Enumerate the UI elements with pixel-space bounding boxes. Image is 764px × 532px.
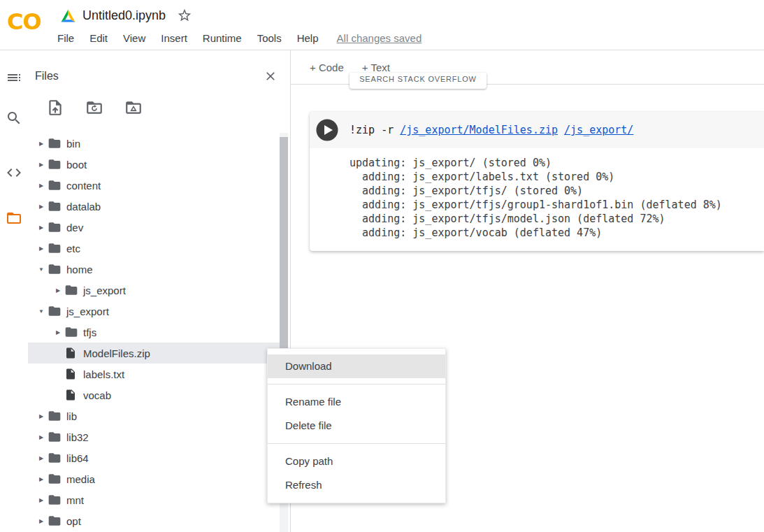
table-of-contents-icon[interactable]	[6, 69, 22, 86]
files-scrollbar-thumb[interactable]	[280, 137, 288, 383]
menu-view[interactable]: View	[115, 32, 153, 44]
code-cell: !zip -r /js_export/ModelFiles.zip /js_ex…	[310, 112, 764, 251]
chevron-collapsed-icon[interactable]: ▶	[35, 518, 48, 524]
tree-item-label: lib64	[66, 452, 89, 464]
chevron-collapsed-icon[interactable]: ▶	[35, 497, 48, 503]
folder-icon	[48, 472, 62, 486]
tree-item-label: js_export	[83, 285, 126, 296]
menu-edit[interactable]: Edit	[82, 32, 115, 44]
menu-file[interactable]: File	[50, 32, 82, 44]
code-editor[interactable]: !zip -r /js_export/ModelFiles.zip /js_ex…	[310, 112, 764, 148]
tree-item-label: boot	[66, 159, 87, 171]
upload-file-icon[interactable]	[46, 99, 64, 117]
tree-item-dev[interactable]: ▶dev	[28, 217, 280, 238]
tree-item-mnt[interactable]: ▶mnt	[28, 489, 280, 510]
menu-insert[interactable]: Insert	[153, 32, 195, 44]
tree-item-boot[interactable]: ▶boot	[28, 154, 280, 175]
context-menu-copy-path[interactable]: Copy path	[268, 450, 445, 473]
files-icon[interactable]	[6, 210, 22, 227]
chevron-collapsed-icon[interactable]: ▶	[35, 413, 48, 419]
star-icon[interactable]	[177, 8, 192, 23]
refresh-folder-icon[interactable]	[85, 99, 103, 117]
chevron-collapsed-icon[interactable]: ▶	[35, 182, 48, 189]
folder-icon	[64, 283, 78, 297]
output-line: adding: js_export/labels.txt (stored 0%)	[349, 170, 758, 184]
add-code-button[interactable]: + Code	[310, 62, 344, 73]
code-text	[558, 124, 564, 136]
file-icon	[64, 346, 78, 360]
chevron-collapsed-icon[interactable]: ▶	[35, 224, 48, 231]
tree-item-label: tfjs	[83, 326, 96, 338]
tree-item-label: labels.txt	[83, 368, 124, 380]
tree-item-label: content	[66, 180, 101, 192]
chevron-collapsed-icon[interactable]: ▶	[35, 455, 48, 461]
tree-item-content[interactable]: ▶content	[28, 175, 280, 196]
files-panel-header: Files	[28, 50, 290, 89]
chevron-collapsed-icon[interactable]: ▶	[35, 141, 48, 147]
tree-item-home[interactable]: ▼home	[28, 259, 280, 280]
tree-item-labels-txt[interactable]: labels.txt	[28, 364, 280, 384]
folder-icon	[48, 262, 62, 276]
tree-item-bin[interactable]: ▶bin	[28, 133, 280, 154]
chevron-collapsed-icon[interactable]: ▶	[35, 161, 48, 168]
folder-icon	[48, 430, 62, 444]
tree-item-etc[interactable]: ▶etc	[28, 238, 280, 259]
chevron-expanded-icon[interactable]: ▼	[35, 308, 48, 315]
tree-item-lib32[interactable]: ▶lib32	[28, 426, 280, 447]
chevron-collapsed-icon[interactable]: ▶	[52, 287, 64, 294]
context-menu-rename-file[interactable]: Rename file	[268, 390, 445, 414]
tree-item-opt[interactable]: ▶opt	[28, 510, 280, 531]
tree-item-lib64[interactable]: ▶lib64	[28, 447, 280, 468]
folder-icon	[48, 451, 62, 465]
tree-item-label: lib	[66, 410, 77, 422]
search-icon[interactable]	[6, 110, 22, 127]
tree-item-lib[interactable]: ▶lib	[28, 405, 280, 426]
tree-item-modelfiles-zip[interactable]: ModelFiles.zip	[28, 343, 280, 364]
code-text: !zip -r	[349, 124, 400, 136]
context-menu-delete-file[interactable]: Delete file	[268, 414, 445, 438]
add-text-button[interactable]: + Text	[362, 62, 390, 73]
chevron-expanded-icon[interactable]: ▼	[35, 266, 48, 273]
title-row: Untitled0.ipynb	[60, 5, 192, 26]
files-panel-title: Files	[35, 70, 59, 82]
chevron-collapsed-icon[interactable]: ▶	[35, 434, 48, 440]
menu-tools[interactable]: Tools	[250, 32, 289, 44]
chevron-collapsed-icon[interactable]: ▶	[35, 203, 48, 210]
chevron-collapsed-icon[interactable]: ▶	[52, 329, 64, 336]
left-icon-rail	[0, 50, 28, 532]
save-status[interactable]: All changes saved	[337, 32, 422, 44]
code-path-link[interactable]: /js_export/	[564, 124, 633, 136]
close-icon[interactable]	[264, 69, 278, 83]
chevron-collapsed-icon[interactable]: ▶	[35, 245, 48, 252]
menu-help[interactable]: Help	[289, 32, 326, 44]
notebook-title[interactable]: Untitled0.ipynb	[82, 8, 166, 23]
tree-item-js-export[interactable]: ▼js_export	[28, 301, 280, 322]
code-path-link[interactable]: /js_export/ModelFiles.zip	[400, 124, 558, 136]
files-panel-actions	[28, 89, 290, 126]
context-menu-refresh[interactable]: Refresh	[268, 473, 445, 497]
file-context-menu: DownloadRename fileDelete fileCopy pathR…	[267, 348, 446, 503]
tree-item-label: home	[66, 264, 93, 275]
folder-icon	[48, 178, 62, 192]
menu-runtime[interactable]: Runtime	[195, 32, 250, 44]
tree-item-js-export[interactable]: ▶js_export	[28, 280, 280, 301]
chevron-collapsed-icon[interactable]: ▶	[35, 476, 48, 482]
code-line[interactable]: !zip -r /js_export/ModelFiles.zip /js_ex…	[349, 124, 633, 136]
header: CO Untitled0.ipynb FileEditViewInsertRun…	[0, 0, 764, 50]
output-line: adding: js_export/vocab (deflated 47%)	[349, 226, 758, 240]
tree-item-vocab[interactable]: vocab	[28, 384, 280, 405]
context-menu-download[interactable]: Download	[268, 354, 445, 378]
mount-drive-icon[interactable]	[124, 99, 143, 117]
search-stack-overflow-button[interactable]: SEARCH STACK OVERFLOW	[349, 73, 486, 89]
tree-item-label: opt	[66, 515, 81, 527]
run-cell-button[interactable]	[316, 119, 338, 141]
tree-item-media[interactable]: ▶media	[28, 468, 280, 489]
file-icon	[64, 367, 78, 381]
code-snippets-icon[interactable]	[6, 164, 22, 181]
tree-item-label: dev	[66, 222, 83, 233]
tree-item-label: etc	[66, 243, 80, 254]
colab-logo[interactable]: CO	[7, 8, 41, 35]
tree-item-tfjs[interactable]: ▶tfjs	[28, 322, 280, 343]
folder-icon	[48, 136, 62, 150]
tree-item-datalab[interactable]: ▶datalab	[28, 196, 280, 217]
